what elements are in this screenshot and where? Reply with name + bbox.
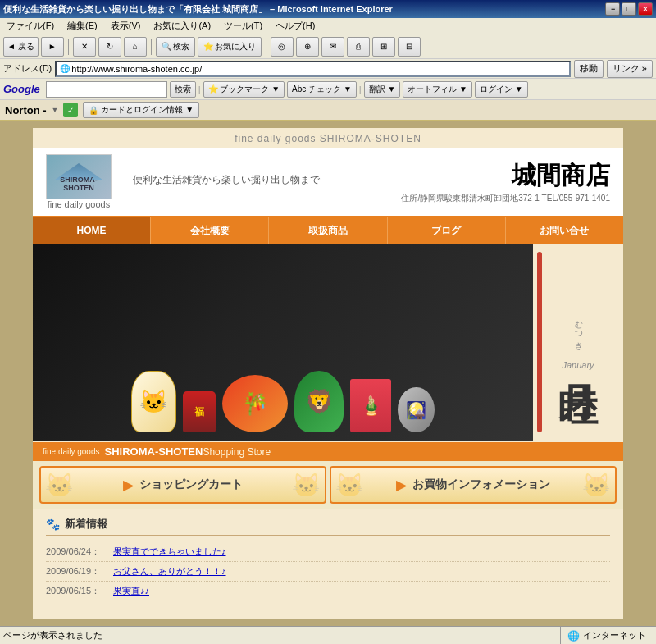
news-item-3: 2009/06/15： 果実直♪♪: [46, 582, 610, 601]
shopping-buttons: 🐱 ▶ ショッピングカート 🐱 🐱 ▶ お買物インフォメーション 🐱: [33, 461, 623, 509]
google-bookmark-btn[interactable]: ⭐ ブックマーク ▼: [203, 81, 285, 98]
google-translate-btn[interactable]: 翻訳 ▼: [364, 81, 401, 98]
nav-home[interactable]: HOME: [33, 217, 151, 244]
logo-brand-text: SHIROMA-SHOTEN: [47, 176, 111, 192]
norton-info-button[interactable]: 🔒 カードとログイン情報 ▼: [83, 102, 199, 118]
cat-left-icon: 🐱: [45, 472, 74, 499]
forward-button[interactable]: ►: [41, 37, 64, 57]
norton-check-icon: ✓: [63, 103, 78, 117]
close-button[interactable]: ×: [638, 2, 653, 16]
extra-button[interactable]: ⊞: [372, 37, 395, 57]
news-link-1[interactable]: 果実直でできちゃいました♪: [113, 546, 226, 558]
norton-dropdown-icon: ▼: [52, 106, 59, 114]
menu-edit[interactable]: 編集(E): [64, 19, 101, 33]
maximize-button[interactable]: □: [622, 2, 636, 16]
news-link-2[interactable]: お父さん、ありがとう！！♪: [113, 565, 226, 578]
status-zone: 🌐 インターネット: [560, 627, 653, 644]
month-small: むつき: [572, 315, 584, 347]
titlebar-buttons: － □ ×: [605, 2, 653, 16]
nav-contact[interactable]: お問い合せ: [506, 217, 623, 244]
mail-button[interactable]: ✉: [321, 37, 344, 57]
menu-favorites[interactable]: お気に入り(A): [150, 19, 214, 33]
menu-help[interactable]: ヘルプ(H): [272, 19, 318, 33]
print-button[interactable]: ⎙: [347, 37, 370, 57]
cart-button[interactable]: 🐱 ▶ ショッピングカート 🐱: [39, 466, 326, 504]
kadomatsu-decoration: 🎍: [350, 379, 391, 432]
page-tagline-top: fine daily goods SHIROMA-SHOTEN: [33, 128, 623, 148]
lion-decoration: 🦁: [294, 371, 344, 432]
news-item-1: 2009/06/24： 果実直でできちゃいました♪: [46, 542, 610, 562]
google-logo: Google: [3, 83, 40, 95]
cat-right-icon-2: 🐱: [582, 472, 611, 499]
address-input-wrap: 🌐: [55, 61, 571, 77]
norton-lock-icon: 🔒: [89, 106, 98, 115]
info-play-icon: ▶: [396, 477, 406, 493]
menu-file[interactable]: ファイル(F): [3, 19, 57, 33]
cat-left-icon-2: 🐱: [335, 472, 364, 499]
news-date-3: 2009/06/15：: [46, 585, 103, 597]
google-login-btn[interactable]: ログイン ▼: [475, 81, 528, 98]
google-sep: |: [198, 84, 201, 94]
shimekazari-decoration: 🎍: [350, 379, 391, 432]
hero-section: 🐱 福 🎋 🦁 🎍 🎑: [33, 244, 623, 441]
month-english: January: [562, 360, 594, 370]
menu-view[interactable]: 表示(V): [107, 19, 144, 33]
news-date-1: 2009/06/24：: [46, 546, 103, 558]
toolbar-separator-3: [266, 39, 266, 55]
google-search-button[interactable]: 検索: [170, 81, 196, 98]
logo-image: SHIROMA-SHOTEN: [46, 154, 112, 199]
hero-items: 🐱 福 🎋 🦁 🎍 🎑: [33, 244, 533, 441]
google-search-input[interactable]: [49, 84, 164, 94]
google-check-btn[interactable]: Abc チェック ▼: [287, 81, 357, 98]
google-autofill-btn[interactable]: オートフィル ▼: [403, 81, 472, 98]
news-title: 新着情報: [65, 517, 107, 532]
nav-products[interactable]: 取扱商品: [269, 217, 387, 244]
page-icon: 🌐: [60, 64, 70, 73]
statusbar: ページが表示されました 🌐 インターネット: [0, 626, 656, 644]
go-button[interactable]: 移動: [574, 60, 604, 78]
daruma-decoration: 🎑: [398, 387, 435, 432]
back-button[interactable]: ◄ ◄ 戻る戻る: [3, 37, 39, 57]
header-center: 便利な生活雑貨から楽しい掘り出し物まで: [125, 173, 401, 190]
favorites-button[interactable]: ⭐ お気に入り: [198, 37, 262, 57]
stop-button[interactable]: ✕: [73, 37, 96, 57]
menu-tools[interactable]: ツール(T): [221, 19, 266, 33]
paw-icon: 🐾: [46, 518, 60, 531]
hero-sidebar: むつき 睦月 January: [533, 244, 623, 441]
logo-tagline: fine daily goods: [48, 199, 110, 209]
google-toolbar: Google 検索 | ⭐ ブックマーク ▼ Abc チェック ▼ | 翻訳 ▼…: [0, 79, 656, 100]
shopping-header-suffix: Shopping Store: [203, 446, 271, 458]
zone-text: インターネット: [583, 629, 646, 642]
media-button[interactable]: ◎: [271, 37, 294, 57]
news-link-3[interactable]: 果実直♪♪: [113, 585, 149, 597]
cart-play-icon: ▶: [123, 477, 133, 493]
google-sep-2: |: [359, 84, 362, 94]
hero-image: 🐱 福 🎋 🦁 🎍 🎑: [33, 244, 533, 441]
search-button[interactable]: 🔍 検索: [156, 37, 195, 57]
content-area: fine daily goods SHIROMA-SHOTEN SHIROMA-…: [0, 121, 656, 626]
minimize-button[interactable]: －: [605, 2, 620, 16]
extra-button-2[interactable]: ⊟: [398, 37, 421, 57]
refresh-button[interactable]: ↻: [98, 37, 121, 57]
info-button[interactable]: 🐱 ▶ お買物インフォメーション 🐱: [330, 466, 617, 504]
history-button[interactable]: ⊕: [296, 37, 319, 57]
nav-about[interactable]: 会社概要: [151, 217, 269, 244]
shopping-header: fine daily goods SHIROMA-SHOTEN Shopping…: [33, 442, 623, 461]
cat-right-icon: 🐱: [292, 472, 321, 499]
home-button[interactable]: ⌂: [124, 37, 147, 57]
barrel-decoration: 福: [183, 391, 216, 432]
news-item-2: 2009/06/19： お父さん、ありがとう！！♪: [46, 562, 610, 582]
navigation: HOME 会社概要 取扱商品 ブログ お問い合せ: [33, 217, 623, 244]
norton-toolbar: Norton - ▼ ✓ 🔒 カードとログイン情報 ▼: [0, 100, 656, 121]
norton-logo: Norton -: [5, 104, 47, 116]
nav-blog[interactable]: ブログ: [388, 217, 506, 244]
header-copy: 便利な生活雑貨から楽しい掘り出し物まで: [133, 173, 401, 187]
address-bar: アドレス(D) 🌐 移動 リンク »: [0, 59, 656, 79]
shop-name: 城間商店: [512, 159, 610, 193]
news-header: 🐾 新着情報: [46, 517, 610, 536]
address-input[interactable]: [71, 64, 566, 74]
shopping-header-brand: SHIROMA-SHOTEN: [105, 445, 203, 458]
links-button[interactable]: リンク »: [607, 60, 653, 78]
google-search-wrap: [46, 81, 167, 98]
toolbar-separator-2: [151, 39, 152, 55]
